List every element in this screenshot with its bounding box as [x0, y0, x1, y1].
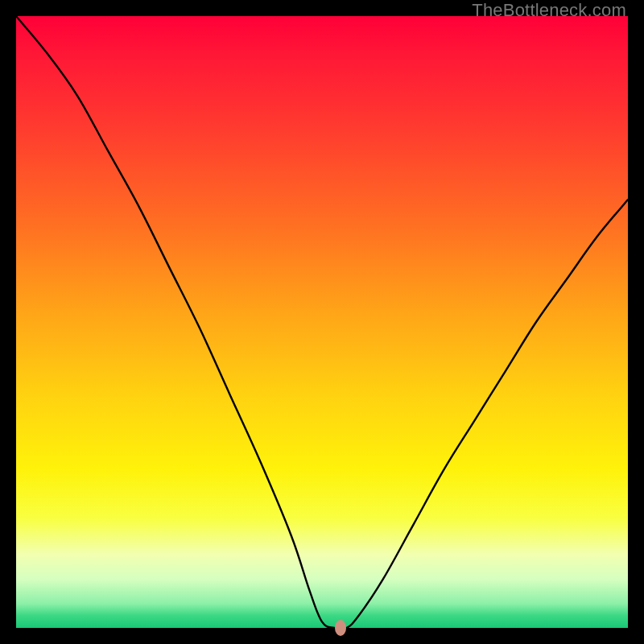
- chart-frame: TheBottleneck.com: [0, 0, 644, 644]
- bottleneck-curve: [16, 16, 628, 628]
- optimal-point-marker: [335, 620, 346, 636]
- plot-area: [16, 16, 628, 628]
